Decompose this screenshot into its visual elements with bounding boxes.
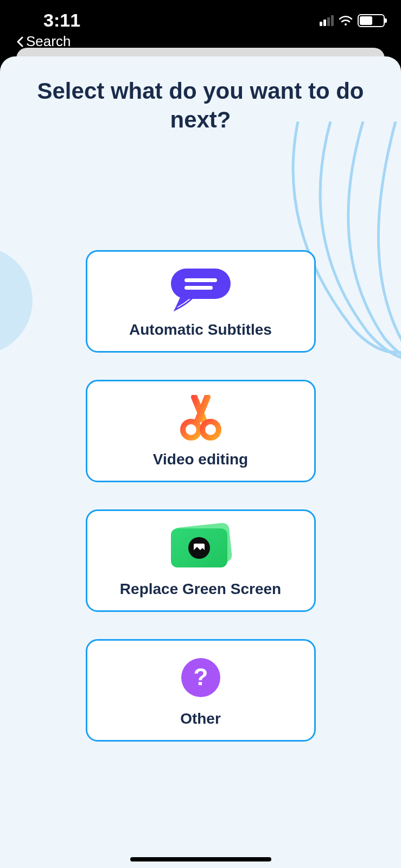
option-video-editing[interactable]: Video editing bbox=[86, 380, 316, 482]
option-replace-green-screen[interactable]: Replace Green Screen bbox=[86, 509, 316, 612]
status-time: 3:11 bbox=[16, 10, 80, 31]
options-list: Automatic Subtitles Video edi bbox=[0, 250, 401, 742]
cellular-signal-icon bbox=[320, 15, 334, 26]
option-label: Automatic Subtitles bbox=[129, 321, 272, 339]
question-icon: ? bbox=[180, 654, 221, 701]
option-label: Replace Green Screen bbox=[120, 580, 281, 598]
option-automatic-subtitles[interactable]: Automatic Subtitles bbox=[86, 250, 316, 353]
status-bar: 3:11 Search bbox=[0, 0, 401, 48]
back-chevron-icon bbox=[16, 36, 24, 47]
scissors-icon bbox=[179, 394, 222, 442]
svg-rect-2 bbox=[184, 286, 213, 290]
svg-point-3 bbox=[183, 422, 199, 438]
green-screen-icon bbox=[166, 524, 236, 572]
svg-point-4 bbox=[202, 422, 219, 438]
home-indicator[interactable] bbox=[130, 857, 271, 861]
option-label: Other bbox=[180, 710, 221, 727]
wifi-icon bbox=[338, 15, 353, 27]
speech-bubble-icon bbox=[166, 265, 236, 312]
option-label: Video editing bbox=[153, 451, 248, 468]
battery-icon bbox=[358, 14, 385, 27]
main-sheet: Select what do you want to do next? Auto… bbox=[0, 56, 401, 868]
svg-rect-0 bbox=[171, 269, 231, 299]
option-other[interactable]: ? Other bbox=[86, 639, 316, 742]
svg-rect-1 bbox=[184, 278, 217, 282]
svg-text:?: ? bbox=[193, 663, 208, 690]
page-title: Select what do you want to do next? bbox=[0, 56, 401, 134]
